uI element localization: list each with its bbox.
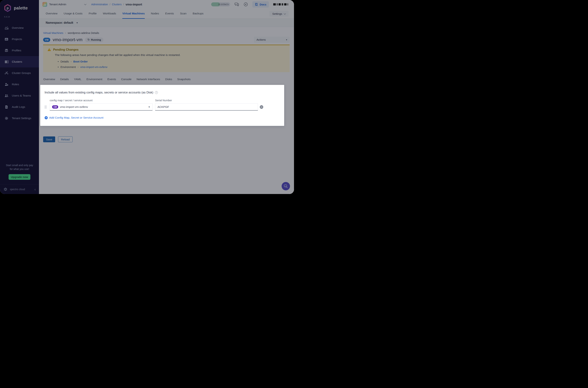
settings-button[interactable]: Settings — [270, 11, 289, 17]
serial-number-label: Serial Number — [155, 99, 258, 102]
svg-text:p: p — [7, 6, 9, 10]
vm-breadcrumb-link[interactable]: Virtual Machines — [43, 31, 63, 34]
serial-number-input[interactable] — [155, 103, 258, 111]
pending-link-ovfenv[interactable]: vmo-import-vm-ovfenv — [80, 65, 107, 69]
bullet: • — [58, 65, 59, 69]
tab-usage-costs[interactable]: Usage & Costs — [64, 9, 83, 19]
collapse-sidebar-icon[interactable]: ‹ — [34, 187, 36, 191]
sidebar-item-label: Roles — [12, 83, 19, 86]
breadcrumb-separator: / — [110, 3, 110, 6]
tab-events[interactable]: Events — [165, 9, 174, 19]
sidebar-item-clusters[interactable]: Clusters — [0, 56, 39, 67]
vm-tab-console[interactable]: Console — [121, 78, 132, 81]
sidebar-item-label: Overview — [12, 26, 24, 29]
sidebar-item-label: Clusters — [12, 60, 22, 63]
explore-compass-icon[interactable] — [244, 2, 248, 7]
drag-handle[interactable] — [45, 105, 50, 109]
warning-icon — [47, 48, 51, 51]
docs-button[interactable]: Docs — [252, 1, 269, 7]
usage-meter-label: 10.3/25kCh — [218, 2, 229, 6]
vm-status-badge: ↻ Running — [85, 38, 103, 42]
spectro-cloud-logo-icon — [3, 187, 8, 192]
vm-tab-environment[interactable]: Environment — [87, 78, 102, 81]
config-map-badge: CM — [52, 105, 58, 109]
book-icon — [255, 3, 258, 6]
sidebar-nav: Overview Projects Profiles Clusters Clus… — [0, 22, 39, 124]
namespace-bar: Namespace: default ▼ — [39, 19, 294, 27]
sidebar-item-overview[interactable]: Overview — [0, 22, 39, 33]
pending-link-boot-order[interactable]: Boot Order — [73, 60, 88, 63]
tab-profile[interactable]: Profile — [89, 9, 97, 19]
usage-meter[interactable]: 10.3/25kCh — [211, 2, 230, 6]
breadcrumb-clusters[interactable]: Clusters — [112, 3, 122, 6]
chevron-right-icon: › — [71, 60, 71, 63]
feedback-chat-icon[interactable] — [234, 2, 239, 7]
chevron-down-icon — [284, 12, 286, 15]
user-account-redacted[interactable] — [273, 3, 289, 6]
vm-tab-overview[interactable]: Overview — [43, 78, 55, 81]
sidebar-item-tenant-settings[interactable]: Tenant Settings — [0, 113, 39, 124]
vm-tab-network-interfaces[interactable]: Network Interfaces — [136, 78, 160, 81]
pending-changes-list: • Details › Boot Order • Environment › v… — [58, 60, 285, 69]
breadcrumb-separator: / — [123, 3, 124, 6]
breadcrumb-current: vmo-import — [126, 3, 142, 6]
config-source-select[interactable]: CM vmo-import-vm-ovfenv ▼ — [50, 103, 153, 111]
chevron-down-icon — [84, 3, 87, 5]
vm-badge: VM — [43, 38, 50, 42]
pending-area: Details — [60, 60, 69, 63]
top-bar: Tenant Admin Administration / Clusters /… — [39, 0, 294, 9]
vm-tab-disks[interactable]: Disks — [165, 78, 172, 81]
breadcrumb-administration[interactable]: Administration — [91, 3, 108, 6]
tab-virtual-machines[interactable]: Virtual Machines — [122, 9, 145, 19]
vm-breadcrumb-current: wordpress-adelina Details — [68, 31, 99, 34]
reload-button[interactable]: Reload — [58, 136, 73, 142]
upgrade-promo: Start small and only pay for what you us… — [0, 163, 39, 171]
sidebar-item-users-teams[interactable]: Users & Teams — [0, 90, 39, 101]
topbar-right: 10.3/25kCh Docs — [211, 1, 289, 7]
vm-tab-snapshots[interactable]: Snapshots — [177, 78, 190, 81]
vm-tab-details[interactable]: Details — [60, 78, 69, 81]
chevron-right-icon: › — [78, 66, 78, 68]
tab-workloads[interactable]: Workloads — [103, 9, 116, 19]
save-button[interactable]: Save — [43, 136, 55, 142]
namespace-selector[interactable]: Namespace: default — [46, 21, 73, 24]
promo-line2: for what you use! — [0, 167, 39, 171]
users-teams-icon — [4, 94, 8, 98]
sidebar-item-cluster-groups[interactable]: Cluster Groups — [0, 67, 39, 79]
roles-icon — [4, 82, 8, 86]
caret-down-icon: ▼ — [148, 106, 150, 108]
tab-overview[interactable]: Overview — [46, 9, 58, 19]
vm-tab-events[interactable]: Events — [107, 78, 116, 81]
main-area: Tenant Admin Administration / Clusters /… — [39, 0, 294, 194]
docs-label: Docs — [260, 3, 266, 6]
help-icon[interactable]: ? — [155, 91, 158, 94]
pending-area: Environment — [60, 65, 76, 69]
magnifier-smile-icon — [283, 184, 288, 189]
sidebar: p palette 4.4.14 Overview Projects Profi… — [0, 0, 39, 194]
vm-tab-yaml[interactable]: YAML — [74, 78, 81, 81]
sidebar-item-projects[interactable]: Projects — [0, 33, 39, 45]
palette-logo-icon: p — [4, 4, 12, 12]
environment-config-card: Include all values from existing config … — [40, 85, 284, 126]
pending-changes-header: Pending Changes — [47, 48, 285, 51]
support-search-fab[interactable] — [282, 182, 290, 190]
profiles-icon — [4, 49, 8, 52]
form-actions: Save Reload — [43, 136, 290, 142]
add-config-map-link[interactable]: + Add Config Map, Secret or Service Acco… — [45, 116, 103, 119]
tab-scan[interactable]: Scan — [180, 9, 186, 19]
config-row: CM vmo-import-vm-ovfenv ▼ — [45, 103, 280, 111]
upgrade-now-button[interactable]: Upgrade now — [9, 174, 30, 180]
actions-dropdown[interactable]: Actions ▾ — [254, 37, 290, 43]
pending-changes-banner: Pending Changes The following areas have… — [43, 45, 290, 72]
tenant-icon — [43, 2, 47, 7]
sidebar-item-roles[interactable]: Roles — [0, 79, 39, 90]
remove-row-button[interactable] — [260, 105, 263, 109]
sidebar-item-label: Tenant Settings — [12, 117, 31, 120]
config-source-label: config map / secret / service account — [50, 99, 153, 102]
sidebar-item-profiles[interactable]: Profiles — [0, 45, 39, 56]
sidebar-item-audit-logs[interactable]: Audit Logs — [0, 101, 39, 113]
refresh-icon: ↻ — [87, 38, 90, 41]
tenant-selector[interactable]: Tenant Admin — [43, 2, 86, 7]
tab-nodes[interactable]: Nodes — [151, 9, 159, 19]
tab-backups[interactable]: Backups — [193, 9, 203, 19]
